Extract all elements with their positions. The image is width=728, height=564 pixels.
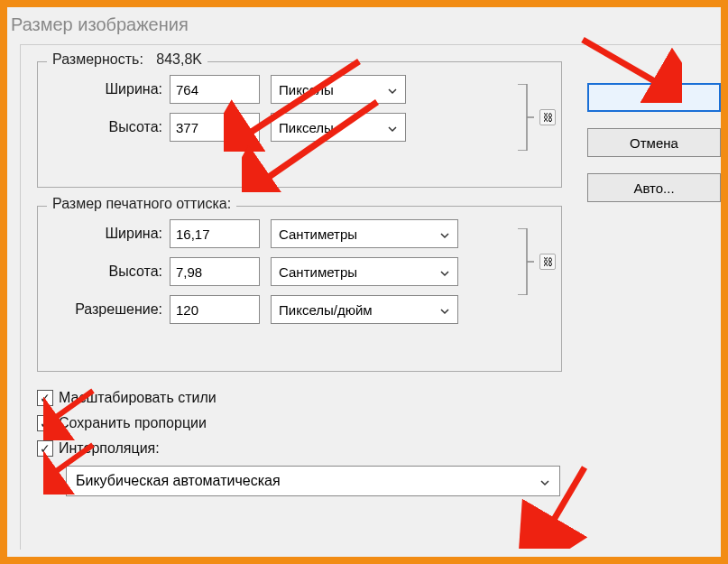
dialog-buttons: ОК Отмена Авто... bbox=[587, 83, 721, 218]
pixel-width-label: Ширина: bbox=[54, 81, 162, 97]
print-width-row: Ширина: Сантиметры bbox=[54, 219, 545, 248]
interpolation-label: Интерполяция: bbox=[59, 440, 160, 457]
scale-styles-label: Масштабировать стили bbox=[59, 390, 217, 406]
print-width-unit-text: Сантиметры bbox=[279, 227, 357, 242]
pixel-width-row: Ширина: Пикселы bbox=[54, 75, 545, 104]
print-width-input[interactable] bbox=[170, 219, 260, 248]
constrain-proportions-row: ✓ Сохранить пропорции bbox=[37, 415, 721, 431]
chevron-down-icon bbox=[387, 84, 398, 95]
print-link-bracket bbox=[512, 228, 538, 295]
pixel-height-row: Высота: Пикселы bbox=[54, 113, 545, 142]
pixel-height-unit-select[interactable]: Пикселы bbox=[271, 113, 406, 142]
resolution-label: Разрешение: bbox=[54, 301, 162, 318]
print-width-unit-select[interactable]: Сантиметры bbox=[271, 219, 458, 248]
interpolation-row: ✓ Интерполяция: bbox=[37, 440, 721, 457]
legend-text: Размерность: bbox=[52, 51, 143, 67]
scale-styles-row: ✓ Масштабировать стили bbox=[37, 390, 721, 406]
filesize-text: 843,8K bbox=[156, 51, 202, 67]
resolution-unit-text: Пикселы/дюйм bbox=[279, 302, 373, 318]
ok-button[interactable]: ОК bbox=[587, 83, 721, 112]
scale-styles-checkbox[interactable]: ✓ bbox=[37, 390, 53, 406]
pixel-dimensions-legend: Размерность: 843,8K bbox=[47, 51, 207, 68]
pixel-width-unit-select[interactable]: Пикселы bbox=[271, 75, 406, 104]
interpolation-method-text: Бикубическая автоматическая bbox=[76, 473, 281, 489]
constrain-proportions-checkbox[interactable]: ✓ bbox=[37, 415, 53, 431]
chain-link-icon[interactable]: ⛓ bbox=[539, 254, 556, 270]
chevron-down-icon bbox=[439, 304, 450, 315]
print-size-legend: Размер печатного оттиска: bbox=[47, 196, 236, 212]
print-height-label: Высота: bbox=[54, 264, 162, 280]
outer-frame: Размер изображения Размерность: 843,8K Ш… bbox=[0, 0, 728, 564]
resolution-input[interactable] bbox=[170, 295, 260, 324]
pixel-height-input[interactable] bbox=[170, 113, 260, 142]
print-height-row: Высота: Сантиметры bbox=[54, 257, 545, 286]
chevron-down-icon bbox=[539, 476, 550, 486]
print-height-unit-select[interactable]: Сантиметры bbox=[271, 257, 458, 286]
pixel-width-unit-text: Пикселы bbox=[279, 82, 334, 97]
print-size-group: Размер печатного оттиска: Ширина: Сантим… bbox=[37, 206, 562, 372]
chevron-down-icon bbox=[439, 266, 450, 277]
interpolation-method-select[interactable]: Бикубическая автоматическая bbox=[66, 466, 560, 496]
dialog-title: Размер изображения bbox=[7, 7, 721, 44]
pixel-link-bracket bbox=[512, 84, 538, 151]
chevron-down-icon bbox=[439, 228, 450, 239]
interpolation-checkbox[interactable]: ✓ bbox=[37, 440, 53, 457]
pixel-width-input[interactable] bbox=[170, 75, 260, 104]
auto-button[interactable]: Авто... bbox=[587, 173, 721, 202]
constrain-proportions-label: Сохранить пропорции bbox=[59, 415, 207, 431]
print-height-input[interactable] bbox=[170, 257, 260, 286]
print-height-unit-text: Сантиметры bbox=[279, 264, 357, 280]
resolution-row: Разрешение: Пикселы/дюйм bbox=[54, 295, 545, 324]
print-width-label: Ширина: bbox=[54, 226, 162, 242]
chain-link-icon[interactable]: ⛓ bbox=[539, 109, 556, 125]
pixel-dimensions-group: Размерность: 843,8K Ширина: Пикселы Высо… bbox=[37, 61, 562, 188]
pixel-height-unit-text: Пикселы bbox=[279, 120, 334, 135]
cancel-button[interactable]: Отмена bbox=[587, 128, 721, 157]
resolution-unit-select[interactable]: Пикселы/дюйм bbox=[271, 295, 458, 324]
pixel-height-label: Высота: bbox=[54, 119, 162, 135]
checkbox-area: ✓ Масштабировать стили ✓ Сохранить пропо… bbox=[37, 390, 721, 457]
chevron-down-icon bbox=[387, 122, 398, 133]
